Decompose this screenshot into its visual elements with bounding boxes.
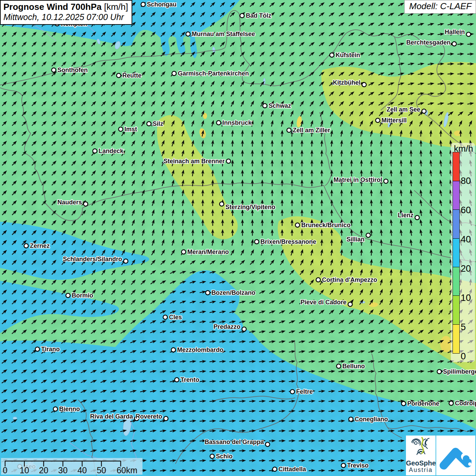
lake: [13, 417, 17, 420]
city-label: Imst: [124, 126, 137, 133]
city-label: Meran/Merano: [187, 249, 229, 255]
city-marker: [349, 417, 353, 422]
city-marker: [220, 202, 224, 206]
city-marker: [35, 347, 40, 352]
city-marker: [337, 364, 341, 369]
title-box: Prognose Wind 700hPa [km/h] Mittwoch, 10…: [0, 0, 132, 25]
city-marker: [422, 109, 426, 114]
city-marker: [376, 118, 380, 123]
page-title: Prognose Wind 700hPa [km/h]: [3, 2, 128, 12]
legend-segment: [453, 267, 460, 296]
city-label: Steinach am Brenner: [164, 158, 225, 165]
city-label: Belluno: [342, 363, 365, 370]
city-label: Hallein: [445, 29, 465, 35]
city-marker: [175, 378, 179, 382]
legend-segment: [453, 209, 460, 239]
city-label: Kufstein: [336, 52, 360, 58]
city-marker: [52, 68, 56, 72]
city-label: Predazzo: [214, 323, 240, 330]
city-label: Riva del Garda: [90, 413, 133, 420]
legend-segment: [453, 295, 460, 325]
weather-map-screen: SchongauBad TölzKemptenMurnau am Staffel…: [0, 0, 476, 476]
city-marker: [172, 71, 176, 76]
scale-tick-label: 20: [39, 465, 48, 475]
city-marker: [164, 417, 168, 421]
city-label: Rovereto: [136, 413, 162, 420]
legend-tick-label: 0: [461, 352, 475, 361]
city-marker: [449, 401, 454, 406]
city-marker: [330, 53, 334, 57]
city-label: Bruneck/Brunico: [301, 222, 351, 228]
city-label: Treviso: [347, 462, 369, 469]
city-label: Sillian: [346, 236, 364, 243]
city-label: Bad Tölz: [246, 12, 271, 19]
city-marker: [117, 73, 121, 78]
city-label: Schongau: [147, 1, 176, 8]
city-label: Trento: [181, 376, 199, 383]
wind-speed-legend: km/h 806040201050: [451, 143, 475, 362]
legend-tick-label: 80: [461, 176, 475, 186]
city-marker: [452, 42, 457, 46]
city-marker: [240, 14, 244, 18]
city-marker: [210, 454, 215, 459]
city-marker: [84, 202, 88, 206]
city-marker: [171, 348, 176, 352]
city-marker: [415, 216, 420, 220]
city-label: Zell am Ziller: [293, 127, 330, 134]
city-marker: [217, 121, 221, 125]
legend-tick-label: 20: [461, 264, 475, 273]
city-marker: [255, 240, 259, 244]
legend-segment: [453, 181, 460, 210]
city-marker: [290, 390, 295, 394]
scale-tick-label: 50: [97, 465, 106, 475]
city-label: Silz: [153, 120, 163, 127]
city-label: Lienz: [398, 212, 413, 219]
city-marker: [206, 291, 210, 295]
city-label: Sterzing/Vipiteno: [225, 204, 275, 210]
city-marker: [316, 278, 321, 282]
map-scale-bar: 0102030405060km: [1, 458, 142, 475]
legend-segment: [453, 324, 460, 354]
city-marker: [437, 370, 442, 374]
city-marker: [226, 159, 231, 164]
city-marker: [24, 244, 29, 248]
legend-segment: [453, 238, 460, 268]
city-label: Bassano del Grappa: [205, 439, 264, 445]
geosphere-wordmark: GeoSphere: [406, 460, 436, 467]
legend-color-bar: [453, 153, 460, 354]
city-marker: [53, 407, 58, 411]
city-marker: [119, 127, 123, 132]
city-label: Tirano: [41, 346, 60, 353]
city-label: Conegliano: [355, 416, 388, 423]
scale-tick-label: 10: [20, 465, 29, 475]
city-marker: [147, 122, 151, 126]
legend-tick-label: 5: [461, 323, 475, 332]
city-label: Cortina d'Ampezzo: [322, 276, 377, 283]
city-label: Spilimbergo: [443, 368, 476, 375]
legend-segment: [453, 152, 460, 181]
scale-ruler: 0102030405060km: [1, 458, 142, 475]
partner-logo-box: [436, 436, 475, 475]
city-marker: [287, 128, 291, 133]
mountain-cloud-icon: [436, 436, 475, 475]
scale-tick-label: 60km: [117, 465, 137, 475]
city-label: Sonthofen: [57, 67, 88, 73]
city-marker: [362, 83, 367, 87]
city-label: Innsbruck: [222, 119, 252, 126]
city-label: Pordenone: [407, 400, 439, 407]
city-label: Landeck: [99, 148, 124, 154]
city-label: Matrei in Osttirol: [334, 176, 382, 183]
city-label: Zell am See: [387, 106, 420, 113]
city-marker: [124, 259, 128, 264]
city-label: Berchtesgaden: [406, 39, 451, 46]
legend-tick-label: 40: [461, 235, 475, 244]
city-marker: [273, 467, 277, 472]
city-label: Pieve di Cadore: [301, 299, 346, 306]
scale-tick-label: 0: [3, 465, 7, 475]
city-label: Mezzolombardo: [177, 346, 223, 353]
city-label: Bozen/Bolzano: [211, 289, 255, 296]
city-marker: [182, 250, 186, 254]
city-marker: [341, 463, 346, 468]
city-label: Schio: [216, 453, 233, 460]
city-label: Feltre: [296, 388, 313, 395]
